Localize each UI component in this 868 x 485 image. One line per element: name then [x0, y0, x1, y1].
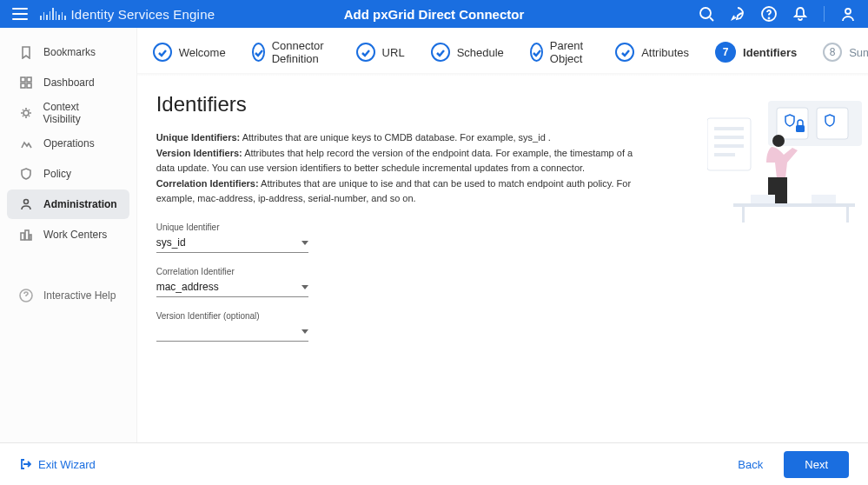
- sidebar-item-bookmarks[interactable]: Bookmarks: [7, 37, 129, 67]
- svg-rect-12: [30, 235, 31, 240]
- description: Unique Identifiers: Attributes that are …: [156, 130, 652, 207]
- exit-wizard-link[interactable]: Exit Wizard: [19, 458, 96, 471]
- svg-point-23: [772, 135, 785, 147]
- sidebar: Bookmarks Dashboard Context Visibility O…: [0, 28, 137, 442]
- svg-point-0: [700, 8, 711, 18]
- svg-rect-25: [733, 203, 855, 207]
- sidebar-item-operations[interactable]: Operations: [7, 129, 129, 158]
- field-label: Correlation Identifier: [156, 267, 308, 276]
- divider: [824, 6, 825, 22]
- svg-rect-17: [796, 125, 805, 132]
- stepper: Welcome Connector Definition URL Schedul…: [137, 28, 868, 76]
- unique-identifier-select[interactable]: sys_id: [156, 234, 308, 253]
- step-attributes[interactable]: Attributes: [615, 43, 689, 62]
- svg-point-8: [23, 110, 29, 116]
- svg-rect-6: [21, 83, 25, 88]
- svg-rect-20: [714, 136, 744, 139]
- sidebar-label: Interactive Help: [43, 289, 116, 302]
- svg-rect-19: [714, 127, 744, 130]
- sidebar-item-administration[interactable]: Administration: [7, 189, 129, 219]
- sidebar-label: Context Visibility: [43, 101, 117, 125]
- step-label: Connector Definition: [272, 39, 330, 65]
- chevron-down-icon: [301, 241, 308, 245]
- svg-rect-28: [742, 207, 745, 223]
- bell-icon[interactable]: [792, 6, 808, 22]
- desc-text: Attributes that are unique keys to CMDB …: [240, 132, 551, 143]
- version-identifier-select[interactable]: [156, 322, 308, 342]
- chevron-down-icon: [301, 285, 308, 289]
- desc-bold: Correlation Identifiers:: [156, 178, 259, 189]
- step-summary[interactable]: 8Summary: [823, 43, 868, 62]
- step-parent[interactable]: Parent Object: [530, 39, 589, 65]
- field-value: sys_id: [156, 236, 186, 249]
- field-unique: Unique Identifier sys_id: [156, 223, 308, 253]
- step-label: Summary: [849, 46, 868, 59]
- footer: Exit Wizard Back Next: [0, 442, 868, 485]
- step-label: Parent Object: [550, 39, 589, 65]
- svg-point-2: [769, 18, 770, 19]
- check-icon: [620, 48, 630, 57]
- field-label: Unique Identifier: [156, 223, 308, 232]
- svg-rect-5: [27, 77, 31, 82]
- svg-rect-4: [21, 77, 25, 82]
- svg-rect-10: [21, 233, 24, 240]
- top-actions: [699, 6, 856, 22]
- page-title: Add pxGrid Direct Connector: [344, 7, 525, 22]
- sidebar-label: Operations: [43, 137, 95, 149]
- brand-logo: Identity Services Engine: [40, 7, 215, 22]
- step-url[interactable]: URL: [356, 43, 405, 62]
- step-welcome[interactable]: Welcome: [153, 43, 226, 62]
- step-label: Attributes: [641, 46, 689, 59]
- svg-rect-27: [812, 195, 836, 203]
- rocket-icon[interactable]: [730, 6, 745, 22]
- step-label: Welcome: [179, 46, 226, 59]
- svg-rect-26: [751, 195, 775, 203]
- sidebar-label: Dashboard: [43, 76, 95, 89]
- svg-rect-7: [27, 83, 31, 88]
- chevron-down-icon: [301, 329, 308, 334]
- help-icon[interactable]: [761, 6, 777, 22]
- step-label: Identifiers: [743, 46, 797, 59]
- sidebar-label: Work Centers: [43, 229, 107, 241]
- sidebar-item-context[interactable]: Context Visibility: [7, 98, 129, 128]
- back-button[interactable]: Back: [738, 458, 763, 471]
- svg-point-3: [845, 9, 851, 14]
- svg-rect-11: [25, 230, 29, 240]
- product-name: Identity Services Engine: [71, 7, 215, 22]
- desc-bold: Version Identifiers:: [156, 148, 242, 158]
- svg-rect-29: [846, 207, 849, 223]
- cisco-icon: [40, 8, 66, 20]
- correlation-identifier-select[interactable]: mac_address: [156, 278, 308, 297]
- check-icon: [532, 48, 541, 57]
- step-label: Schedule: [457, 46, 504, 59]
- sidebar-item-help[interactable]: Interactive Help: [7, 281, 129, 310]
- svg-point-9: [24, 200, 29, 204]
- main: Welcome Connector Definition URL Schedul…: [137, 28, 868, 442]
- step-number: 7: [715, 42, 736, 63]
- sidebar-label: Policy: [43, 168, 71, 180]
- sidebar-item-policy[interactable]: Policy: [7, 159, 129, 189]
- check-icon: [157, 48, 167, 57]
- content: Identifiers Unique Identifiers: Attribut…: [137, 76, 868, 442]
- sidebar-label: Bookmarks: [43, 46, 96, 58]
- check-icon: [361, 48, 370, 57]
- exit-label: Exit Wizard: [38, 458, 96, 471]
- field-correlation: Correlation Identifier mac_address: [156, 267, 308, 297]
- content-heading: Identifiers: [156, 92, 652, 116]
- step-definition[interactable]: Connector Definition: [252, 39, 330, 65]
- sidebar-item-dashboard[interactable]: Dashboard: [7, 68, 129, 97]
- search-icon[interactable]: [699, 6, 714, 22]
- field-value: mac_address: [156, 281, 219, 293]
- exit-icon: [19, 458, 31, 470]
- field-version: Version Identifier (optional): [156, 311, 308, 342]
- step-identifiers[interactable]: 7Identifiers: [715, 42, 797, 63]
- check-icon: [254, 48, 263, 57]
- sidebar-item-workcenters[interactable]: Work Centers: [7, 220, 129, 249]
- illustration: [686, 92, 868, 427]
- user-icon[interactable]: [840, 6, 856, 22]
- sidebar-label: Administration: [43, 198, 117, 210]
- hamburger-icon[interactable]: [12, 8, 28, 20]
- svg-rect-16: [817, 108, 848, 139]
- next-button[interactable]: Next: [784, 451, 849, 478]
- step-schedule[interactable]: Schedule: [431, 43, 504, 62]
